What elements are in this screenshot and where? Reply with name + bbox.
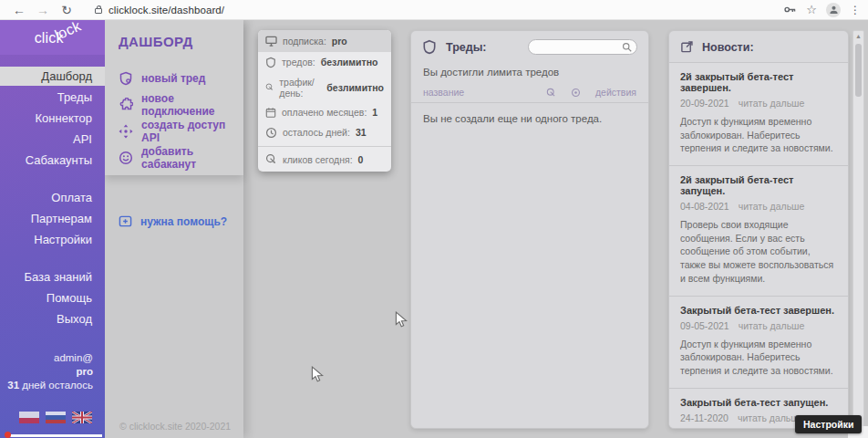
threads-empty-message: Вы не создали еще ни одного треда. bbox=[411, 103, 648, 134]
action-create-api-access[interactable]: создать доступ API bbox=[119, 118, 243, 144]
news-header: Новости: bbox=[669, 31, 848, 62]
user-days-left: 31 дней осталось bbox=[7, 379, 93, 392]
news-item-date: 09-05-2021 bbox=[680, 320, 729, 331]
search-icon[interactable] bbox=[622, 42, 632, 52]
sidebar-item-connector[interactable]: Коннектор bbox=[0, 109, 105, 128]
news-item-date: 24-11-2020 bbox=[680, 412, 728, 423]
sidebar-item-api[interactable]: API bbox=[0, 130, 105, 149]
news-item: Закрытый бета-тест завершен. 09-05-2021ч… bbox=[669, 296, 848, 388]
bookmark-star-icon[interactable]: ☆ bbox=[806, 4, 817, 16]
read-more-link[interactable]: читать дальше bbox=[738, 412, 804, 423]
browser-toolbar-right: ☆ ⋮ bbox=[783, 3, 861, 17]
action-label: создать доступ API bbox=[141, 119, 243, 144]
move-arrows-icon bbox=[119, 124, 133, 139]
user-plan: pro bbox=[7, 365, 93, 379]
news-item-title: 2й закрытый бета-тест запущен. bbox=[680, 174, 837, 196]
puzzle-icon bbox=[119, 98, 133, 112]
action-new-connection[interactable]: новое подключение bbox=[119, 91, 243, 118]
read-more-link[interactable]: читать дальше bbox=[739, 98, 805, 109]
copyright: © clicklock.site 2020-2021 bbox=[119, 421, 231, 432]
back-arrow-icon[interactable]: ← bbox=[7, 1, 31, 19]
news-item-title: Закрытый бета-тест завершен. bbox=[680, 305, 837, 316]
video-progress-bar[interactable] bbox=[9, 434, 102, 437]
sidebar-item-dashboard[interactable]: Дашборд bbox=[0, 67, 105, 86]
news-item-date: 20-09-2021 bbox=[680, 98, 729, 109]
action-label: новое подключение bbox=[141, 92, 243, 118]
scrollbar-thumb[interactable] bbox=[855, 44, 862, 97]
threads-search-input[interactable] bbox=[533, 42, 622, 52]
page-title: ДАШБОРД bbox=[119, 34, 243, 49]
threads-header: Треды: bbox=[411, 31, 648, 61]
user-info: admin@ pro 31 дней осталось bbox=[7, 351, 93, 392]
kebab-menu-icon[interactable]: ⋮ bbox=[850, 4, 861, 16]
action-label: добавить сабаканут bbox=[141, 145, 243, 171]
help-label: нужна помощь? bbox=[140, 215, 227, 228]
logo[interactable]: clicklock bbox=[0, 20, 105, 55]
forward-arrow-icon[interactable]: → bbox=[31, 1, 55, 19]
browser-chrome: ← → ↻ clicklock.site/dashboard/ ☆ ⋮ bbox=[0, 0, 868, 20]
threads-table-header: название действия bbox=[411, 85, 648, 103]
screen: ← → ↻ clicklock.site/dashboard/ ☆ ⋮ clic… bbox=[0, 0, 868, 438]
days-label: дней осталось bbox=[22, 380, 93, 391]
news-item: 2й закрытый бета-тест завершен. 20-09-20… bbox=[669, 62, 848, 165]
external-link-icon bbox=[680, 40, 694, 54]
profile-avatar[interactable] bbox=[826, 3, 841, 17]
language-switcher bbox=[19, 412, 92, 423]
sidebar-item-partners[interactable]: Партнерам bbox=[0, 209, 105, 228]
click-icon bbox=[265, 81, 274, 93]
sidebar-item-threads[interactable]: Треды bbox=[0, 88, 105, 107]
read-more-link[interactable]: читать дальше bbox=[739, 320, 805, 331]
subscription-header: подписка: pro bbox=[258, 30, 391, 52]
shield-plus-icon bbox=[119, 71, 133, 86]
flag-uk-icon[interactable] bbox=[72, 412, 92, 423]
days-value: 31 bbox=[7, 380, 19, 391]
calendar-icon bbox=[265, 107, 276, 119]
news-item-title: Закрытый бета-тест запущен. bbox=[680, 397, 837, 408]
subscription-label: подписка: bbox=[283, 36, 326, 47]
page-scrollbar[interactable]: ▲ ▼ bbox=[852, 30, 864, 431]
settings-button[interactable]: Настройки bbox=[795, 415, 862, 433]
lock-icon bbox=[95, 8, 102, 14]
news-item-body: Проверь свои входящие сообщения. Если у … bbox=[680, 218, 837, 285]
subscription-plan-value: pro bbox=[332, 36, 347, 47]
sidebar-nav: Дашборд Треды Коннектор API Сабакаунты О… bbox=[0, 67, 105, 328]
column-actions: действия bbox=[595, 87, 636, 98]
action-label: новый тред bbox=[141, 72, 205, 85]
url-bar[interactable]: clicklock.site/dashboard/ bbox=[95, 5, 224, 16]
read-more-link[interactable]: читать дальше bbox=[739, 201, 805, 212]
shield-icon bbox=[422, 39, 437, 55]
video-playhead-dot[interactable] bbox=[5, 432, 11, 438]
click-icon bbox=[265, 153, 277, 165]
key-icon[interactable] bbox=[783, 3, 797, 16]
mouse-cursor bbox=[311, 366, 324, 383]
threads-search bbox=[528, 39, 637, 55]
url-text[interactable]: clicklock.site/dashboard/ bbox=[108, 5, 224, 16]
sidebar-item-subaccounts[interactable]: Сабакаунты bbox=[0, 151, 105, 170]
flag-poland-icon[interactable] bbox=[19, 412, 39, 423]
news-panel: Новости: 2й закрытый бета-тест завершен.… bbox=[668, 30, 849, 429]
sidebar-item-knowledge-base[interactable]: База знаний bbox=[0, 267, 105, 287]
sidebar: clicklock Дашборд Треды Коннектор API Са… bbox=[0, 20, 105, 438]
news-item-date: 04-08-2021 bbox=[680, 201, 729, 212]
subscription-card: подписка: pro тредов: безлимитно трафик/… bbox=[258, 30, 391, 172]
subscription-row-traffic: трафик/день: безлимитно bbox=[258, 72, 391, 102]
action-new-thread[interactable]: новый тред bbox=[119, 65, 243, 91]
sidebar-item-payment[interactable]: Оплата bbox=[0, 188, 105, 207]
target-column-icon bbox=[571, 88, 581, 98]
sidebar-item-logout[interactable]: Выход bbox=[0, 309, 105, 328]
sidebar-item-settings[interactable]: Настройки bbox=[0, 230, 105, 249]
clock-icon bbox=[265, 127, 277, 139]
scroll-up-icon[interactable]: ▲ bbox=[853, 33, 863, 39]
mouse-cursor bbox=[395, 311, 408, 328]
action-add-subaccount[interactable]: добавить сабаканут bbox=[119, 144, 243, 171]
flag-russia-icon[interactable] bbox=[46, 412, 66, 423]
user-email: admin@ bbox=[7, 351, 93, 365]
dashboard-actions-column: ДАШБОРД новый тред новое подключение соз… bbox=[105, 20, 243, 438]
monitor-icon bbox=[265, 36, 277, 47]
subscription-row-threads: тредов: безлимитно bbox=[258, 52, 391, 72]
news-item-body: Доступ к функциям временно заблокирован.… bbox=[680, 115, 837, 155]
help-link[interactable]: нужна помощь? bbox=[119, 214, 243, 228]
reload-icon[interactable]: ↻ bbox=[55, 1, 78, 19]
threads-panel: Треды: Вы достигли лимита тредов названи… bbox=[410, 30, 649, 429]
sidebar-item-help[interactable]: Помощь bbox=[0, 288, 105, 308]
